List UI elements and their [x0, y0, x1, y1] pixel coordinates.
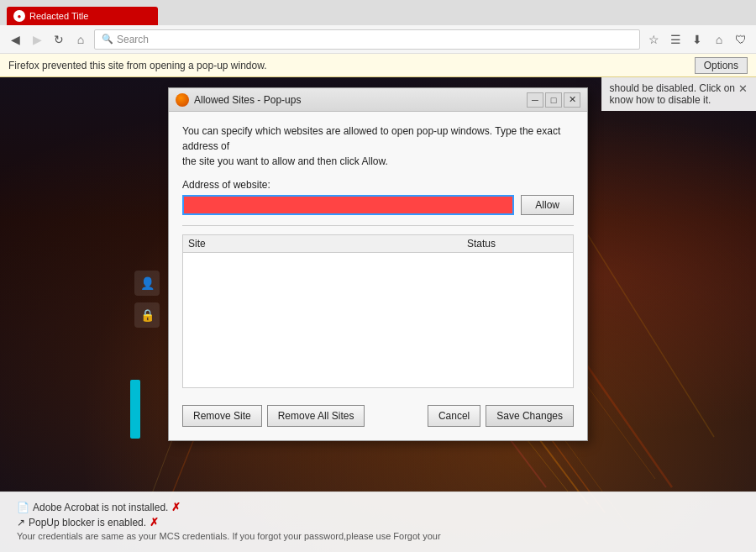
shield-icon[interactable]: 🛡: [732, 31, 749, 48]
home2-icon[interactable]: ⌂: [711, 31, 727, 48]
notification-text: Firefox prevented this site from opening…: [8, 60, 267, 71]
popup-error-icon: ✗: [150, 516, 159, 528]
remove-buttons: Remove Site Remove All Sites: [182, 405, 365, 427]
browser-tab[interactable]: ● Redacted Title: [7, 7, 158, 25]
confirm-buttons: Cancel Save Changes: [428, 405, 574, 427]
address-bar[interactable]: 🔍 Search: [94, 29, 640, 50]
download-icon[interactable]: ⬇: [689, 31, 706, 48]
search-icon: 🔍: [102, 34, 113, 45]
bottom-info-panel: 📄 Adobe Acrobat is not installed. ✗ ↗ Po…: [0, 492, 756, 552]
warning-overlay: should be disabled. Click on know how to…: [601, 77, 756, 111]
firefox-icon: [176, 93, 189, 107]
content-area: 👤 🔒 should be disabled. Click on know ho…: [0, 77, 756, 552]
document-icon: 📄: [17, 502, 29, 513]
modal-title: Allowed Sites - Pop-ups: [194, 94, 301, 106]
credentials-notice: Your credentials are same as your MCS cr…: [17, 531, 739, 541]
modal-titlebar: Allowed Sites - Pop-ups ─ □ ✕: [169, 88, 587, 112]
modal-description: You can specify which websites are allow…: [182, 124, 574, 169]
notification-bar: Firefox prevented this site from opening…: [0, 54, 756, 77]
modal-controls: ─ □ ✕: [527, 92, 580, 108]
warning-close-icon[interactable]: ✕: [738, 82, 748, 95]
close-button[interactable]: ✕: [564, 92, 580, 108]
back-icon[interactable]: ◀: [7, 31, 24, 48]
modal-bottom-buttons: Remove Site Remove All Sites Cancel Save…: [182, 398, 574, 428]
reload-icon[interactable]: ↻: [50, 31, 67, 48]
options-button[interactable]: Options: [695, 57, 748, 74]
lock-icon[interactable]: 🔒: [134, 302, 160, 328]
tab-title: Redacted Title: [29, 11, 88, 21]
acrobat-error-icon: ✗: [171, 501, 181, 513]
search-text: Search: [117, 34, 149, 45]
home-icon[interactable]: ⌂: [72, 31, 89, 48]
modal-body: You can specify which websites are allow…: [169, 112, 587, 440]
tab-favicon: ●: [13, 10, 25, 22]
website-address-input[interactable]: [182, 195, 514, 215]
col-status: Status: [467, 238, 568, 250]
browser-toolbar: ◀ ▶ ↻ ⌂ 🔍 Search ☆ ☰ ⬇ ⌂ 🛡: [0, 25, 756, 54]
warning-line1: should be disabled. Click on: [610, 82, 735, 94]
acrobat-notice: 📄 Adobe Acrobat is not installed. ✗: [17, 501, 739, 513]
minimize-button[interactable]: ─: [527, 92, 543, 108]
modal-input-row: Allow: [182, 195, 574, 215]
sites-table: Site Status: [182, 234, 574, 388]
sidebar: 👤 🔒: [134, 271, 160, 328]
divider: [182, 225, 574, 226]
col-site: Site: [188, 238, 467, 250]
allow-button[interactable]: Allow: [521, 195, 574, 215]
modal-dialog: Allowed Sites - Pop-ups ─ □ ✕ You can sp…: [168, 87, 588, 441]
warning-line2: know how to disable it.: [610, 94, 735, 106]
table-header: Site Status: [183, 235, 573, 253]
table-body: [183, 253, 573, 387]
save-changes-button[interactable]: Save Changes: [486, 405, 574, 427]
address-label: Address of website:: [182, 179, 574, 191]
bookmark-icon[interactable]: ☆: [645, 31, 662, 48]
toolbar-right: ☆ ☰ ⬇ ⌂ 🛡: [645, 31, 749, 48]
remove-site-button[interactable]: Remove Site: [182, 405, 262, 427]
remove-all-button[interactable]: Remove All Sites: [267, 405, 365, 427]
user-icon[interactable]: 👤: [134, 271, 160, 296]
modal-title-area: Allowed Sites - Pop-ups: [176, 93, 301, 107]
cancel-button[interactable]: Cancel: [428, 405, 480, 427]
bookmark-list-icon[interactable]: ☰: [667, 31, 684, 48]
teal-accent-bar: [130, 380, 140, 439]
maximize-button[interactable]: □: [545, 92, 562, 108]
popup-icon: ↗: [17, 517, 25, 528]
popup-notice: ↗ PopUp blocker is enabled. ✗: [17, 516, 739, 528]
forward-icon[interactable]: ▶: [29, 31, 45, 48]
